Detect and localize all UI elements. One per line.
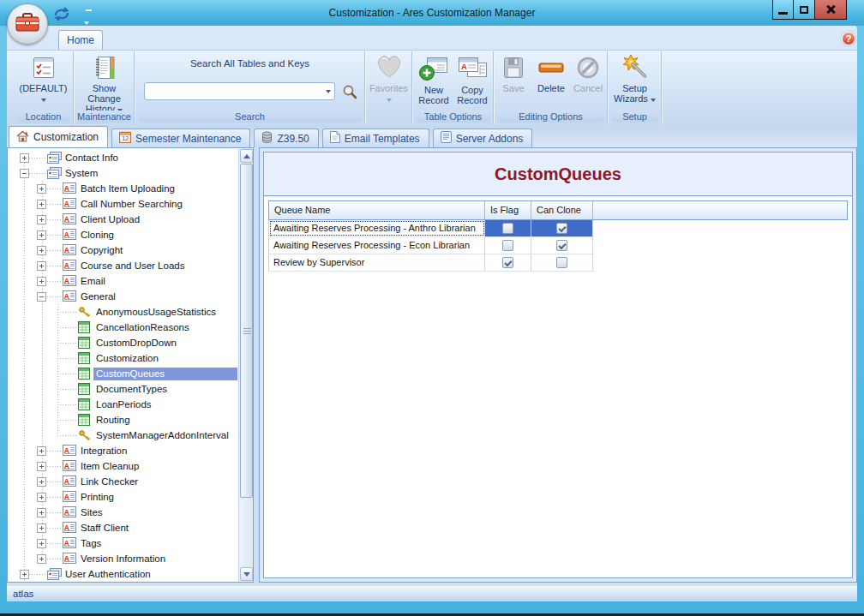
expand-icon[interactable] <box>37 230 46 240</box>
tree-item-client-upload[interactable]: AClient Upload <box>8 212 238 227</box>
expand-icon[interactable] <box>37 277 46 286</box>
favorites-button[interactable]: Favorites <box>366 51 411 104</box>
tree-item-printing[interactable]: APrinting <box>8 489 238 505</box>
expand-icon[interactable] <box>37 508 46 517</box>
tree-item-label: Sites <box>78 506 105 519</box>
tree-item-customdropdown[interactable]: CustomDropDown <box>8 335 238 350</box>
tab-semester-maintenance[interactable]: 12Semester Maintenance <box>111 129 250 147</box>
tree-item-item-cleanup[interactable]: AItem Cleanup <box>8 458 238 474</box>
search-icon[interactable] <box>342 84 357 103</box>
new-record-button[interactable]: New Record <box>415 53 453 105</box>
tree-item-systemmanageraddoninterval[interactable]: SystemManagerAddonInterval <box>8 428 238 443</box>
tab-customization[interactable]: Customization <box>9 126 108 147</box>
chevron-down-icon[interactable] <box>326 90 331 93</box>
key-icon <box>78 306 91 320</box>
show-change-history-button[interactable]: Show Change History <box>75 53 134 114</box>
tree-item-loanperiods[interactable]: LoanPeriods <box>8 397 238 412</box>
is-flag-checkbox[interactable] <box>502 257 513 268</box>
expand-icon[interactable] <box>37 184 46 194</box>
cancel-button[interactable]: Cancel <box>570 53 606 93</box>
expand-icon[interactable] <box>20 570 29 579</box>
tree-scrollbar[interactable] <box>238 148 253 582</box>
save-icon <box>496 55 531 82</box>
tree-item-cancellationreasons[interactable]: CancellationReasons <box>8 320 238 335</box>
tree-item-integration[interactable]: AIntegration <box>8 443 238 458</box>
tree-item-documenttypes[interactable]: DocumentTypes <box>8 381 238 397</box>
tree-item-contact-info[interactable]: Contact Info <box>8 150 238 165</box>
tree-item-email[interactable]: AEmail <box>8 273 238 289</box>
can-clone-checkbox[interactable] <box>556 223 567 234</box>
scroll-down-button[interactable] <box>240 567 253 581</box>
tab-z39-50[interactable]: Z39.50 <box>254 129 318 147</box>
tree-item-cloning[interactable]: ACloning <box>8 227 238 242</box>
tab-server-addons[interactable]: Server Addons <box>433 129 533 147</box>
scroll-up-button[interactable] <box>240 149 253 163</box>
expand-icon[interactable] <box>37 200 46 209</box>
tree-item-anonymoususagestatistics[interactable]: AnonymousUsageStatistics <box>8 304 238 320</box>
is-flag-checkbox[interactable] <box>502 240 513 251</box>
save-button[interactable]: Save <box>496 53 531 93</box>
tree-item-staff-client[interactable]: AStaff Client <box>8 520 238 535</box>
expand-icon[interactable] <box>37 477 46 487</box>
help-button[interactable]: ? <box>842 32 855 45</box>
tree-item-user-authentication[interactable]: User Authentication <box>8 566 238 582</box>
table-row[interactable]: Awaiting Reserves Processing - Anthro Li… <box>269 220 594 237</box>
arrow-up-icon <box>243 154 250 158</box>
expand-icon[interactable] <box>37 446 46 456</box>
expand-icon[interactable] <box>37 554 46 564</box>
window-title: Customization - Ares Customization Manag… <box>0 7 864 19</box>
tree-item-course-and-user-loads[interactable]: ACourse and User Loads <box>8 258 238 273</box>
default-location-button[interactable]: (DEFAULT) <box>14 53 73 104</box>
refresh-button[interactable] <box>51 6 72 26</box>
copy-record-button[interactable]: A Copy Record <box>453 53 491 105</box>
expand-icon[interactable] <box>37 261 46 271</box>
table-row[interactable]: Awaiting Reserves Processing - Econ Libr… <box>269 237 594 254</box>
can-clone-checkbox[interactable] <box>556 240 567 251</box>
application-menu-button[interactable] <box>7 3 48 45</box>
tree-item-general[interactable]: AGeneral <box>8 289 238 304</box>
tree-item-link-checker[interactable]: ALink Checker <box>8 474 238 489</box>
maximize-button[interactable] <box>794 0 815 20</box>
tree-item-sites[interactable]: ASites <box>8 505 238 520</box>
quick-access-dropdown[interactable] <box>84 9 93 18</box>
expand-icon[interactable] <box>37 539 46 548</box>
tree-item-system[interactable]: System <box>8 165 238 181</box>
tree-item-customization[interactable]: Customization <box>8 350 238 366</box>
tree-item-routing[interactable]: Routing <box>8 412 238 428</box>
tree-item-batch-item-uploading[interactable]: ABatch Item Uploading <box>8 181 238 196</box>
setup-wizards-button[interactable]: Setup Wizards <box>609 51 661 104</box>
tree-item-call-number-searching[interactable]: ACall Number Searching <box>8 196 238 212</box>
collapse-icon[interactable] <box>37 292 46 302</box>
minimize-button[interactable] <box>772 0 794 20</box>
expand-icon[interactable] <box>37 246 46 255</box>
expand-icon[interactable] <box>37 462 46 471</box>
collapse-icon[interactable] <box>20 169 29 178</box>
grid-header-can-clone[interactable]: Can Clone <box>531 201 593 219</box>
tab-email-templates[interactable]: Email Templates <box>322 129 429 147</box>
is-flag-checkbox[interactable] <box>502 223 513 234</box>
search-input[interactable] <box>147 84 321 99</box>
tree-item-tags[interactable]: ATags <box>8 535 238 551</box>
can-clone-checkbox[interactable] <box>556 257 567 268</box>
expand-icon[interactable] <box>37 215 46 224</box>
table-row[interactable]: Review by Supervisor <box>269 254 594 272</box>
queue-name-cell[interactable]: Review by Supervisor <box>269 254 485 271</box>
search-combobox[interactable] <box>144 82 335 100</box>
tree-item-copyright[interactable]: ACopyright <box>8 242 238 258</box>
queue-name-cell[interactable]: Awaiting Reserves Processing - Anthro Li… <box>269 220 485 236</box>
queue-name-cell[interactable]: Awaiting Reserves Processing - Econ Libr… <box>269 237 485 254</box>
grid-header-queue-name[interactable]: Queue Name <box>269 201 485 219</box>
tab-label: Email Templates <box>345 133 420 145</box>
scrollbar-grip-icon <box>243 328 251 334</box>
tree-item-customqueues[interactable]: CustomQueues <box>8 366 238 381</box>
close-button[interactable] <box>815 0 847 20</box>
tree-item-version-information[interactable]: AVersion Information <box>8 551 238 566</box>
scrollbar-thumb[interactable] <box>240 164 253 498</box>
delete-button[interactable]: Delete <box>532 53 570 93</box>
expand-icon[interactable] <box>37 523 46 533</box>
ribbon-tab-home[interactable]: Home <box>58 30 103 50</box>
expand-icon[interactable] <box>37 493 46 502</box>
expand-icon[interactable] <box>20 153 29 163</box>
grid-header-is-flag[interactable]: Is Flag <box>485 201 531 219</box>
tree-item-label: Call Number Searching <box>78 198 185 211</box>
